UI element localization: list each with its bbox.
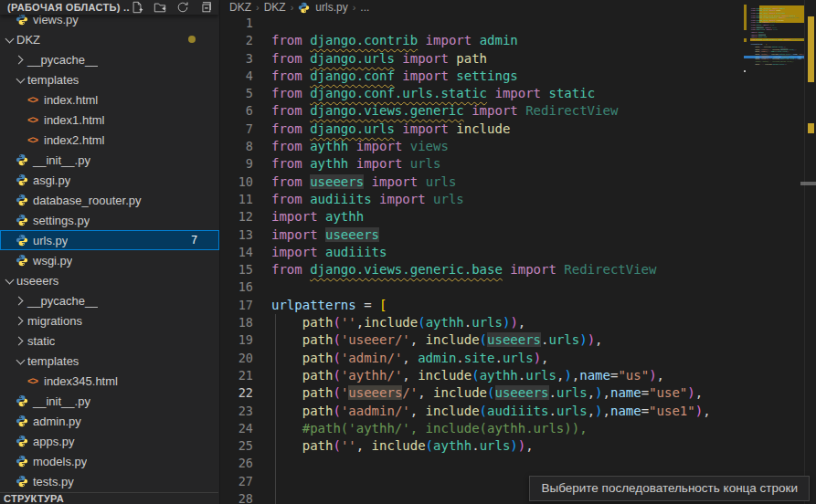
chevron-right-icon — [15, 315, 26, 326]
outline-title: СТРУКТУРА — [4, 493, 64, 504]
breadcrumb-segment[interactable]: ... — [360, 1, 369, 14]
code-line-3[interactable]: 3from django.urls import path — [220, 50, 816, 68]
html-icon: <> — [26, 93, 39, 107]
tree-item-tests.py[interactable]: tests.py — [0, 471, 219, 491]
tree-item-__init__.py[interactable]: __init__.py — [0, 150, 219, 170]
python-icon — [15, 234, 28, 247]
new-folder-icon[interactable] — [153, 0, 167, 15]
code-line-10[interactable]: 10from useeers import urls — [220, 173, 816, 191]
minimap[interactable]: from django.contrib import adminfrom dja… — [744, 0, 804, 504]
tree-item-settings.py[interactable]: settings.py — [0, 210, 219, 230]
indent-guide — [275, 314, 276, 504]
statusbar-tooltip: Выберите последовательность конца строки — [529, 476, 810, 501]
code-line-17[interactable]: 17urlpatterns = [ — [220, 297, 816, 314]
line-number: 2 — [220, 32, 253, 49]
line-number: 9 — [220, 155, 253, 173]
tree-folder-DKZ[interactable]: DKZ — [0, 29, 219, 49]
code-line-21[interactable]: 21 path('aythh/', include(aythh.urls,),n… — [220, 367, 816, 384]
outline-section-header[interactable]: СТРУКТУРА — [0, 492, 218, 504]
tree-item-index2.html[interactable]: <>index2.html — [0, 130, 219, 150]
chevron-right-icon: › — [289, 2, 296, 13]
chevron-right-icon: › — [351, 2, 358, 13]
tree-item-asgi.py[interactable]: asgi.py — [0, 170, 219, 190]
tree-folder-__pycache__[interactable]: __pycache__ — [0, 49, 219, 69]
tree-item-models.py[interactable]: models.py — [0, 451, 219, 471]
tree-item-wsgi.py[interactable]: wsgi.py — [0, 250, 219, 270]
tree-item-index.html[interactable]: <>index.html — [0, 89, 219, 110]
breadcrumb-segment[interactable]: DKZ — [264, 1, 286, 14]
tree-item-label: __init__.py — [31, 153, 90, 167]
minimap-modified-gutter — [744, 5, 747, 30]
tree-folder-__pycache__[interactable]: __pycache__ — [0, 290, 219, 310]
line-number: 13 — [220, 226, 253, 244]
tree-item-label: settings.py — [31, 214, 90, 227]
code-line-20[interactable]: 20 path('admin/', admin.site.urls), — [220, 350, 816, 367]
line-number: 19 — [220, 331, 253, 349]
breadcrumb-segment[interactable]: DKZ — [229, 1, 251, 14]
code-line-18[interactable]: 18 path('',include(aythh.urls)), — [220, 314, 816, 331]
code-line-5[interactable]: 5from django.conf.urls.static import sta… — [220, 85, 816, 102]
minimap-cursor-marker — [744, 70, 746, 72]
tree-item-urls.py[interactable]: urls.py7 — [0, 230, 219, 250]
code-line-15[interactable]: 15from django.views.generic.base import … — [220, 261, 816, 278]
line-number: 7 — [220, 121, 253, 138]
code-line-1[interactable]: 1 — [220, 15, 816, 32]
chevron-right-icon — [15, 295, 26, 306]
code-line-6[interactable]: 6from django.views.generic import Redire… — [220, 102, 816, 120]
breadcrumb-segment[interactable]: urls.py — [315, 1, 347, 14]
code-editor[interactable]: 12from django.contrib import admin3from … — [220, 15, 816, 504]
tree-folder-useeers[interactable]: useeers — [0, 270, 219, 290]
tree-item-database_roouter.py[interactable]: database_roouter.py — [0, 190, 219, 210]
python-icon — [15, 254, 28, 268]
tree-item-index1.html[interactable]: <>index1.html — [0, 110, 219, 130]
collapse-all-icon[interactable] — [198, 0, 213, 15]
chevron-right-icon: › — [254, 2, 261, 13]
explorer-section-header[interactable]: (РАБОЧАЯ ОБЛАСТЬ) ... — [0, 0, 218, 15]
code-line-16[interactable]: 16 — [220, 278, 816, 296]
tree-folder-templates[interactable]: templates — [0, 69, 219, 89]
line-number: 4 — [220, 68, 253, 85]
refresh-icon[interactable] — [175, 0, 190, 15]
tree-item-admin.py[interactable]: admin.py — [0, 411, 219, 431]
tree-item-label: templates — [26, 73, 79, 87]
code-line-26[interactable]: 26 — [220, 455, 816, 472]
line-number: 28 — [220, 490, 253, 504]
line-number: 24 — [220, 420, 253, 437]
code-line-22[interactable]: 22 path('useeers/', include(useeers.urls… — [220, 384, 816, 402]
code-line-12[interactable]: 12import aythh — [220, 208, 816, 226]
chevron-down-icon — [4, 275, 15, 286]
tree-item-label: database_roouter.py — [31, 194, 142, 207]
explorer-actions — [130, 0, 213, 15]
line-number: 17 — [220, 297, 253, 314]
line-number: 11 — [220, 191, 253, 208]
code-line-11[interactable]: 11from audiiits import urls — [220, 191, 816, 208]
chevron-down-icon — [15, 74, 26, 85]
chevron-down-icon — [4, 34, 15, 45]
tree-item-__init__.py[interactable]: __init__.py — [0, 391, 219, 411]
tree-item-index345.html[interactable]: <>index345.html — [0, 371, 219, 391]
code-line-14[interactable]: 14import audiiits — [220, 244, 816, 261]
code-line-4[interactable]: 4from django.conf import settings — [220, 68, 816, 85]
code-line-25[interactable]: 25 path('', include(aythh.urls)), — [220, 437, 816, 455]
code-line-2[interactable]: 2from django.contrib import admin — [220, 32, 816, 49]
code-line-19[interactable]: 19 path('useeer/', include(useeers.urls)… — [220, 331, 816, 349]
tree-folder-templates[interactable]: templates — [0, 351, 219, 371]
chevron-right-icon — [15, 54, 26, 65]
line-number: 21 — [220, 367, 253, 384]
html-icon: <> — [26, 133, 39, 147]
overview-ruler[interactable] — [804, 0, 816, 504]
tree-folder-static[interactable]: static — [0, 331, 219, 351]
code-line-24[interactable]: 24 #path('aythh/', include(aythh.urls)), — [220, 420, 816, 437]
code-line-7[interactable]: 7from django.urls import include — [220, 121, 816, 138]
overview-ruler-warning-marker — [808, 16, 814, 82]
code-line-8[interactable]: 8from aythh import views — [220, 138, 816, 155]
tree-item-apps.py[interactable]: apps.py — [0, 431, 219, 451]
code-line-23[interactable]: 23 path('aadmin/', include(audiiits.urls… — [220, 403, 816, 420]
new-file-icon[interactable] — [130, 0, 144, 15]
code-line-13[interactable]: 13import useeers — [220, 226, 816, 244]
python-icon — [15, 173, 28, 187]
tree-item-label: tests.py — [31, 475, 74, 488]
tree-folder-migrations[interactable]: migrations — [0, 310, 219, 331]
tree-item-label: admin.py — [31, 415, 81, 428]
code-line-9[interactable]: 9from aythh import urls — [220, 155, 816, 173]
